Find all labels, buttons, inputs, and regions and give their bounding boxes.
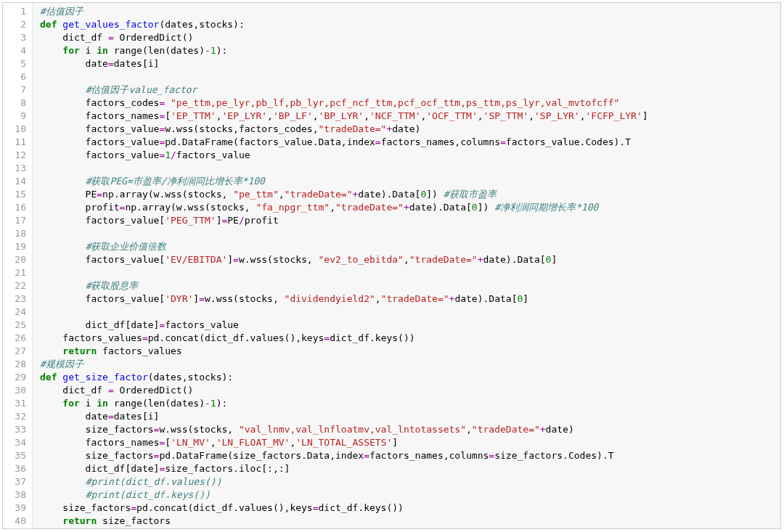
code-token: dict_df.keys()) <box>319 502 404 513</box>
line-number: 9 <box>3 110 32 123</box>
code-line: date=dates[i] <box>40 57 780 70</box>
code-token: dates[i] <box>114 58 160 69</box>
code-line: for i in range(len(dates)-1): <box>40 44 780 57</box>
code-token: dict_df <box>40 32 108 43</box>
code-token: 1 <box>211 398 216 409</box>
code-token: "tradeDate=" <box>409 254 478 265</box>
code-line: #print(dict_df.keys()) <box>40 488 780 502</box>
code-token: 'BP_LYR' <box>319 110 364 121</box>
code-line: #估值因子 <box>40 5 780 18</box>
code-token: ] <box>551 254 557 265</box>
code-line: dict_df = OrderedDict() <box>40 31 780 44</box>
code-token: OrderedDict() <box>114 385 194 396</box>
code-token: 'OCF_TTM' <box>426 110 477 121</box>
code-token: , <box>375 293 381 304</box>
code-token: np.array(w.wss(stocks, <box>102 189 233 200</box>
code-token: , <box>211 437 216 448</box>
code-token: #估值因子 <box>40 6 83 17</box>
code-token: date <box>40 58 108 69</box>
line-number: 2 <box>3 18 32 31</box>
code-token: + <box>540 424 546 435</box>
code-token: size_factors <box>97 515 171 526</box>
code-token: dict_df[date] <box>40 463 159 474</box>
code-token: dict_df.keys()) <box>330 332 415 343</box>
code-line: factors_codes= "pe_ttm,pe_lyr,pb_lf,pb_l… <box>40 97 780 110</box>
code-token: = <box>375 136 381 147</box>
code-line: dict_df = OrderedDict() <box>40 384 780 397</box>
code-token: w.wss(stocks, <box>239 254 319 265</box>
line-number: 26 <box>3 332 32 345</box>
code-line: factors_value['EV/EBITDA']=w.wss(stocks,… <box>40 253 780 266</box>
code-token: date <box>40 411 108 422</box>
code-token: #估值因子value_factor <box>86 84 197 95</box>
code-token: = <box>108 58 114 69</box>
code-token: i <box>80 45 97 56</box>
line-number: 34 <box>3 436 32 449</box>
code-token: date).Data[ <box>454 293 517 304</box>
code-token <box>40 398 62 409</box>
code-token: - <box>205 398 211 409</box>
code-token: , <box>313 110 319 121</box>
code-token: ): <box>216 45 228 56</box>
code-line: dict_df[date]=size_factors.iloc[:,:] <box>40 462 780 475</box>
line-number: 37 <box>3 475 32 488</box>
code-token: 'PEG_TTM' <box>165 215 216 226</box>
code-token: factors_value[ <box>40 215 165 226</box>
code-token: i <box>80 398 97 409</box>
code-token <box>40 515 62 526</box>
line-number: 31 <box>3 397 32 410</box>
code-line: def get_values_factor(dates,stocks): <box>40 18 780 31</box>
code-line: factors_names=['EP_TTM','EP_LYR','BP_LF'… <box>40 110 780 123</box>
code-line: date=dates[i] <box>40 410 780 423</box>
code-token: get_values_factor <box>62 19 159 30</box>
code-token: 'BP_LF' <box>273 110 313 121</box>
code-token: pd.DataFrame(size_factors.Data,index <box>159 450 364 461</box>
code-token: range(len(dates) <box>108 398 205 409</box>
code-token: get_size_factor <box>62 372 147 382</box>
code-token: date).Data[ <box>358 189 420 200</box>
code-line <box>40 306 780 319</box>
code-token: - <box>205 45 211 56</box>
code-token: factors_value.Codes).T <box>506 136 631 147</box>
code-token: for <box>62 398 79 409</box>
code-token: 'EP_LYR' <box>221 110 267 121</box>
code-token: #print(dict_df.values()) <box>86 476 222 487</box>
code-token: (dates,stocks): <box>159 19 244 30</box>
code-token: / <box>171 150 176 160</box>
line-number: 14 <box>3 175 32 188</box>
code-token: = <box>108 32 114 43</box>
code-token: ] <box>392 437 398 448</box>
code-token: def <box>40 372 62 382</box>
code-line: for i in range(len(dates)-1): <box>40 397 780 410</box>
code-token: factors_value[ <box>40 293 165 304</box>
line-number: 25 <box>3 319 32 332</box>
code-line: factors_value['PEG_TTM']=PE/profit <box>40 214 780 227</box>
code-token: , <box>478 110 483 121</box>
code-token: + <box>404 202 409 213</box>
code-token: dates[i] <box>114 411 160 422</box>
code-token: + <box>478 254 483 265</box>
code-token: = <box>489 450 494 461</box>
code-token: "val_lnmv,val_lnfloatmv,val_lntotassets" <box>239 424 466 435</box>
code-token: = <box>108 385 114 396</box>
line-number: 24 <box>3 306 32 319</box>
code-token <box>40 84 86 95</box>
code-token <box>40 45 62 56</box>
code-content[interactable]: #估值因子def get_values_factor(dates,stocks)… <box>33 3 780 528</box>
code-token <box>40 345 62 356</box>
code-token: size_factors <box>40 450 154 461</box>
code-token <box>40 280 86 291</box>
code-line <box>40 227 780 240</box>
line-number: 16 <box>3 201 32 214</box>
code-token <box>40 476 86 487</box>
code-token: 'LN_TOTAL_ASSETS' <box>295 437 392 448</box>
code-token: , <box>466 424 472 435</box>
code-token: = <box>500 136 506 147</box>
line-number: 23 <box>3 292 32 306</box>
code-token: PE <box>40 189 97 200</box>
code-token: ): <box>216 398 228 409</box>
code-token: np.array(w.wss(stocks, <box>125 202 256 213</box>
line-number: 33 <box>3 423 32 436</box>
code-token: #print(dict_df.keys()) <box>86 489 211 500</box>
code-token: w.wss(stocks,factors_codes, <box>165 123 318 134</box>
